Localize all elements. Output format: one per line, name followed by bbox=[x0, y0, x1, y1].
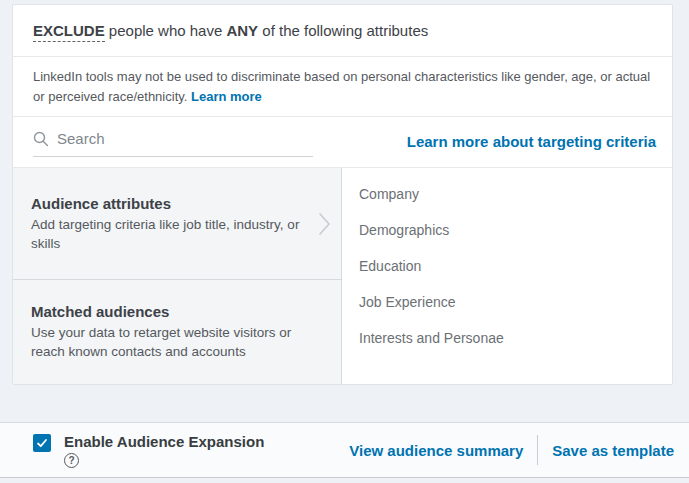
view-audience-summary-link[interactable]: View audience summary bbox=[349, 442, 523, 459]
attribute-type-column: Audience attributes Add targeting criter… bbox=[13, 168, 342, 384]
category-list: Company Demographics Education Job Exper… bbox=[342, 168, 672, 384]
category-item-interests-personae[interactable]: Interests and Personae bbox=[342, 320, 672, 356]
category-item-demographics[interactable]: Demographics bbox=[342, 212, 672, 248]
save-as-template-link[interactable]: Save as template bbox=[552, 442, 674, 459]
panel-description: Use your data to retarget website visito… bbox=[31, 323, 301, 361]
audience-footer-bar: Enable Audience Expansion ? View audienc… bbox=[0, 422, 689, 478]
search-box[interactable] bbox=[33, 130, 313, 157]
exclude-header: EXCLUDE people who have ANY of the follo… bbox=[13, 5, 672, 57]
audience-expansion-control: Enable Audience Expansion ? bbox=[33, 433, 264, 468]
footer-actions: View audience summary Save as template bbox=[349, 435, 674, 465]
panel-title: Matched audiences bbox=[31, 303, 301, 320]
chevron-right-icon bbox=[317, 212, 331, 236]
disclaimer-text: LinkedIn tools may not be used to discri… bbox=[33, 69, 650, 104]
audience-expansion-label: Enable Audience Expansion bbox=[64, 433, 264, 450]
panel-description: Add targeting criteria like job title, i… bbox=[31, 215, 301, 253]
search-input[interactable] bbox=[57, 130, 287, 147]
panel-audience-attributes[interactable]: Audience attributes Add targeting criter… bbox=[13, 168, 341, 280]
learn-more-link[interactable]: Learn more bbox=[191, 89, 262, 104]
targeting-criteria-link[interactable]: Learn more about targeting criteria bbox=[407, 133, 656, 150]
panel-matched-audiences[interactable]: Matched audiences Use your data to retar… bbox=[13, 280, 341, 384]
panel-title: Audience attributes bbox=[31, 195, 301, 212]
exclude-keyword: EXCLUDE bbox=[33, 22, 105, 42]
search-icon bbox=[33, 131, 49, 147]
header-text-end: of the following attributes bbox=[258, 22, 428, 39]
vertical-divider bbox=[537, 435, 538, 465]
targeting-content: Audience attributes Add targeting criter… bbox=[13, 168, 672, 384]
any-keyword: ANY bbox=[226, 22, 258, 39]
header-text-mid: people who have bbox=[105, 22, 227, 39]
category-item-company[interactable]: Company bbox=[342, 176, 672, 212]
category-item-education[interactable]: Education bbox=[342, 248, 672, 284]
discrimination-disclaimer: LinkedIn tools may not be used to discri… bbox=[13, 57, 672, 117]
checkmark-icon bbox=[36, 437, 48, 449]
audience-targeting-card: EXCLUDE people who have ANY of the follo… bbox=[12, 4, 673, 385]
search-row: Learn more about targeting criteria bbox=[13, 117, 672, 168]
category-item-job-experience[interactable]: Job Experience bbox=[342, 284, 672, 320]
help-icon[interactable]: ? bbox=[64, 453, 79, 468]
label-stack: Enable Audience Expansion ? bbox=[64, 433, 264, 468]
audience-expansion-checkbox[interactable] bbox=[33, 434, 51, 452]
